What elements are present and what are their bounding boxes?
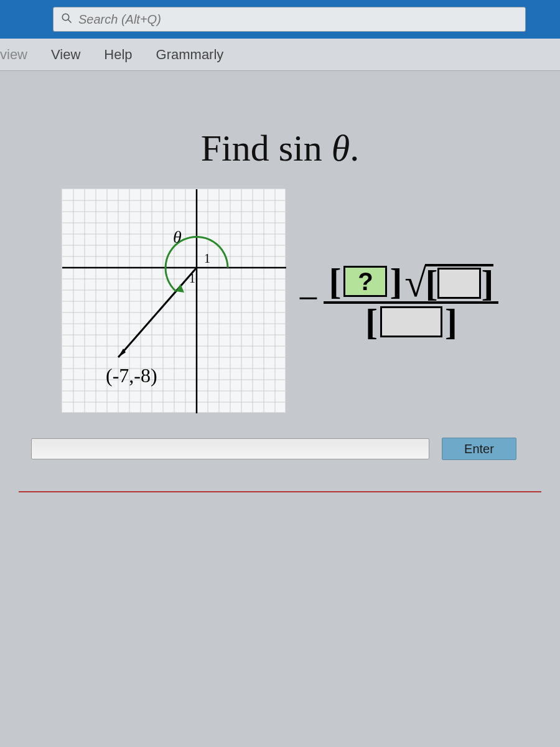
menu-bar: view View Help Grammarly	[0, 39, 560, 71]
menu-item-help[interactable]: Help	[99, 43, 137, 67]
answer-text-input[interactable]	[31, 438, 429, 459]
sqrt-right-bracket-icon: ]	[481, 268, 493, 299]
title-prefix: Find sin	[201, 128, 332, 169]
denominator: [ ]	[360, 304, 462, 340]
graph-svg: 1 1 θ (-7,-8)	[62, 189, 286, 413]
sqrt-left-bracket-icon: [	[425, 268, 437, 299]
divider-line	[19, 491, 541, 492]
title-suffix: .	[350, 128, 359, 169]
problem-title: Find sin θ.	[19, 127, 541, 170]
graph-theta-label: θ	[173, 227, 182, 247]
svg-marker-44	[176, 284, 184, 293]
tick-x-label: 1	[204, 251, 210, 265]
radicand-input-box[interactable]	[437, 268, 481, 299]
menu-item-view[interactable]: View	[46, 43, 85, 67]
svg-line-1	[68, 19, 71, 22]
enter-button[interactable]: Enter	[442, 438, 516, 460]
search-box[interactable]	[53, 7, 526, 32]
left-bracket-icon: [	[329, 266, 341, 297]
content-area: Find sin θ.	[0, 71, 560, 511]
leading-minus: −	[298, 280, 319, 317]
svg-point-0	[62, 14, 69, 21]
den-right-bracket-icon: ]	[445, 306, 457, 337]
sqrt-group: √ [ ]	[404, 264, 493, 299]
numerator-input-box[interactable]: ?	[343, 266, 387, 297]
search-input[interactable]	[78, 12, 518, 27]
search-icon	[61, 12, 72, 26]
sqrt-icon: √	[404, 268, 426, 299]
theta-symbol: θ	[332, 128, 350, 169]
answer-input-row: Enter	[19, 438, 541, 460]
den-left-bracket-icon: [	[365, 306, 378, 337]
coordinate-graph: 1 1 θ (-7,-8)	[62, 189, 286, 413]
denominator-input-box[interactable]	[380, 306, 442, 337]
menu-item-view-partial[interactable]: view	[0, 43, 32, 67]
menu-item-grammarly[interactable]: Grammarly	[151, 43, 229, 67]
fraction: [ ? ] √ [ ] [ ]	[324, 261, 498, 340]
right-bracket-icon: ]	[390, 266, 402, 297]
answer-expression: − [ ? ] √ [ ]	[298, 261, 499, 340]
numerator: [ ? ] √ [ ]	[324, 261, 498, 301]
title-bar	[0, 0, 560, 39]
tick-y-label: 1	[189, 271, 195, 285]
graph-point-label: (-7,-8)	[106, 364, 157, 387]
